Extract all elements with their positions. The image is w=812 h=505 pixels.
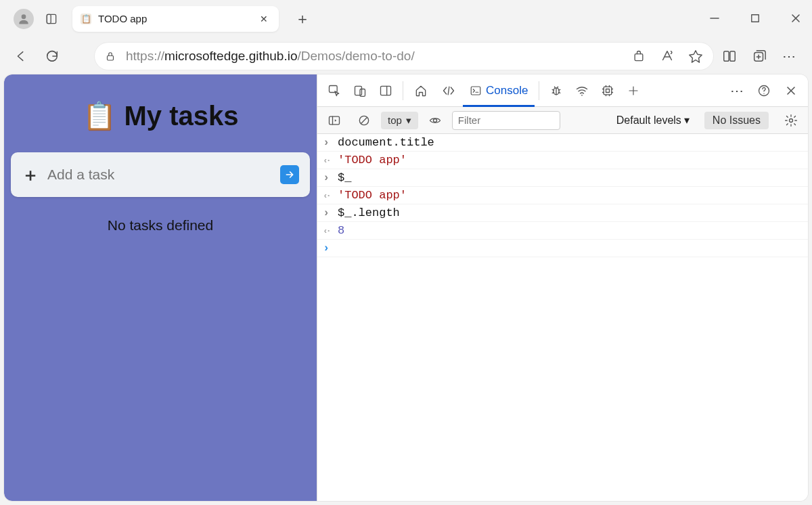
- page-title: 📋 My tasks: [11, 100, 310, 132]
- url-text: https://microsoftedge.github.io/Demos/de…: [126, 49, 415, 64]
- new-tab-button[interactable]: ＋: [291, 5, 314, 33]
- console-row: 'TODO app': [317, 187, 808, 204]
- page-title-text: My tasks: [125, 101, 239, 131]
- svg-rect-22: [471, 87, 480, 95]
- maximize-button[interactable]: [747, 10, 763, 26]
- svg-line-52: [361, 117, 367, 123]
- add-task-input[interactable]: [47, 167, 272, 183]
- issues-badge[interactable]: No Issues: [704, 112, 769, 129]
- chevron-down-icon: ▾: [684, 114, 690, 127]
- devtools-close-icon[interactable]: [778, 78, 804, 104]
- svg-line-26: [553, 89, 555, 90]
- svg-point-54: [790, 118, 793, 122]
- tab-console-label: Console: [486, 84, 528, 97]
- content-area: 📋 My tasks ＋ No tasks defined: [4, 74, 808, 501]
- toggle-sidebar-icon[interactable]: [321, 108, 347, 133]
- svg-line-30: [555, 87, 556, 88]
- performance-icon[interactable]: [595, 78, 621, 104]
- console-row: 8: [317, 222, 808, 240]
- input-marker-icon: [323, 206, 332, 219]
- svg-rect-33: [604, 87, 612, 95]
- dock-side-icon[interactable]: [373, 78, 399, 104]
- console-prompt[interactable]: [317, 240, 808, 257]
- svg-marker-10: [690, 50, 702, 62]
- svg-rect-19: [381, 86, 391, 95]
- lock-icon: [104, 50, 116, 62]
- console-text: $_.length: [338, 206, 400, 219]
- device-toolbar-icon[interactable]: [347, 78, 373, 104]
- prompt-marker-icon: [323, 242, 332, 255]
- chevron-down-icon: ▾: [406, 114, 411, 127]
- back-button[interactable]: [9, 45, 32, 68]
- debugger-icon[interactable]: [543, 78, 569, 104]
- output-marker-icon: [323, 154, 332, 167]
- page-pane: 📋 My tasks ＋ No tasks defined: [4, 74, 317, 501]
- more-icon[interactable]: ⋯: [781, 48, 797, 64]
- tab-strip: 📋 TODO app ✕ ＋: [0, 0, 812, 37]
- svg-line-21: [448, 87, 449, 95]
- refresh-button[interactable]: [41, 45, 64, 68]
- svg-rect-49: [330, 116, 340, 125]
- add-task-box[interactable]: ＋: [11, 152, 310, 197]
- tab-console[interactable]: Console: [463, 74, 535, 106]
- inspect-element-icon[interactable]: [321, 78, 347, 104]
- tab-welcome[interactable]: [407, 74, 434, 106]
- address-bar[interactable]: https://microsoftedge.github.io/Demos/de…: [95, 43, 713, 70]
- help-icon[interactable]: [751, 78, 777, 104]
- devtools-tab-bar: Console ⋯: [317, 74, 808, 107]
- favorite-icon[interactable]: [687, 48, 704, 64]
- workspaces-icon[interactable]: [41, 8, 62, 30]
- svg-line-27: [559, 89, 561, 90]
- svg-point-46: [763, 93, 764, 93]
- tab-title: TODO app: [98, 13, 250, 24]
- console-text: 8: [338, 224, 344, 237]
- read-aloud-icon[interactable]: [659, 48, 675, 64]
- close-window-button[interactable]: [788, 10, 804, 26]
- console-text: 'TODO app': [338, 154, 407, 167]
- plus-icon: ＋: [22, 163, 39, 187]
- clipboard-icon: 📋: [83, 100, 116, 132]
- console-row: 'TODO app': [317, 152, 808, 169]
- log-levels-dropdown[interactable]: Default levels ▾: [611, 114, 695, 127]
- filter-input[interactable]: [452, 111, 560, 130]
- live-expression-icon[interactable]: [422, 108, 448, 133]
- input-marker-icon: [323, 171, 332, 184]
- add-tab-icon[interactable]: [621, 78, 646, 104]
- close-tab-button[interactable]: ✕: [257, 11, 271, 27]
- svg-line-28: [553, 92, 555, 93]
- devtools-more-icon[interactable]: ⋯: [724, 78, 750, 104]
- svg-rect-8: [635, 53, 643, 60]
- network-icon[interactable]: [569, 78, 595, 104]
- tab-elements[interactable]: [434, 74, 463, 106]
- svg-rect-17: [355, 86, 362, 95]
- profile-avatar[interactable]: [14, 9, 34, 29]
- svg-point-32: [582, 94, 583, 95]
- console-row: $_.length: [317, 204, 808, 222]
- context-dropdown[interactable]: top ▾: [381, 112, 418, 129]
- collections-icon[interactable]: [751, 48, 767, 64]
- console-settings-icon[interactable]: [778, 108, 804, 133]
- console-row: document.title: [317, 134, 808, 152]
- svg-rect-2: [47, 14, 51, 23]
- clipboard-icon: 📋: [81, 14, 91, 24]
- clear-console-icon[interactable]: [351, 108, 377, 133]
- svg-rect-4: [752, 15, 759, 22]
- svg-rect-1: [47, 14, 55, 23]
- minimize-button[interactable]: [706, 10, 723, 26]
- svg-point-0: [22, 14, 26, 19]
- shopping-icon[interactable]: [631, 48, 647, 64]
- split-screen-icon[interactable]: [721, 48, 738, 64]
- console-toolbar: top ▾ Default levels ▾ No Issues: [317, 107, 808, 134]
- console-text: document.title: [338, 136, 434, 149]
- context-label: top: [388, 114, 402, 126]
- empty-state: No tasks defined: [11, 217, 310, 234]
- svg-rect-11: [724, 51, 729, 61]
- console-text: $_: [338, 171, 351, 184]
- submit-task-button[interactable]: [280, 165, 299, 184]
- console-output[interactable]: document.title'TODO app'$_'TODO app'$_.l…: [317, 134, 808, 501]
- svg-line-31: [558, 87, 558, 88]
- window-controls: [706, 10, 804, 26]
- svg-rect-34: [606, 89, 610, 92]
- svg-rect-12: [730, 51, 735, 61]
- tab[interactable]: 📋 TODO app ✕: [72, 6, 279, 32]
